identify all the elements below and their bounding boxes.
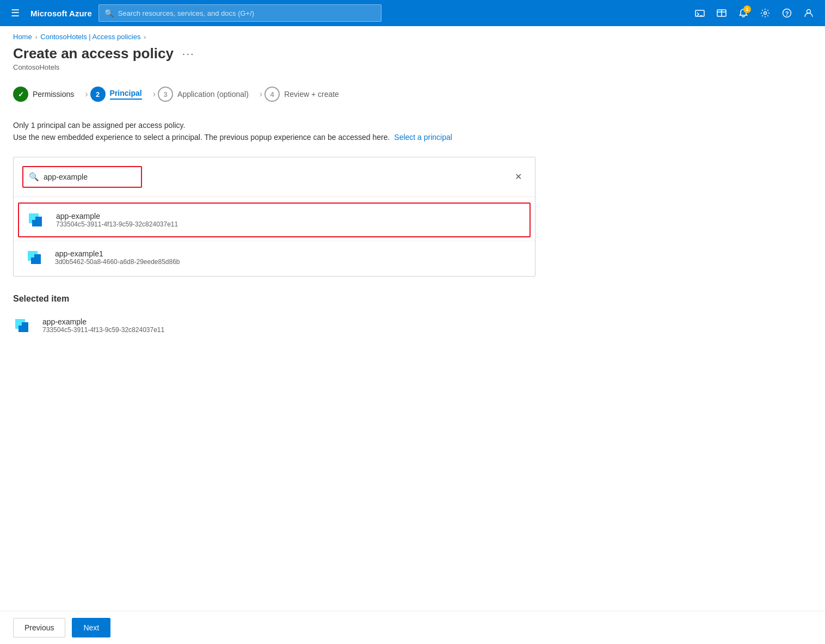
- app-icon-2: [26, 247, 47, 268]
- step-4-circle: 4: [264, 87, 280, 102]
- help-icon[interactable]: ?: [777, 3, 797, 23]
- breadcrumb-sep-2: ›: [144, 34, 146, 40]
- result-name-1: app-example: [56, 212, 522, 220]
- wizard-step-application[interactable]: 3 Application (optional): [158, 82, 257, 106]
- page-subtitle: ContosoHotels: [0, 62, 825, 71]
- svg-text:?: ?: [785, 10, 789, 17]
- app-icon-1: [27, 209, 48, 231]
- result-id-2: 3d0b5462-50a8-4660-a6d8-29eede85d86b: [55, 258, 523, 266]
- selected-item: app-example 733504c5-3911-4f13-9c59-32c8…: [13, 312, 812, 339]
- step-2-circle: 2: [90, 87, 106, 102]
- search-icon: 🔍: [29, 172, 39, 182]
- info-line-1: Only 1 principal can be assigned per acc…: [13, 119, 812, 131]
- svg-rect-12: [29, 213, 35, 220]
- breadcrumb-home[interactable]: Home: [13, 33, 32, 41]
- topnav-icons: 1 ?: [690, 3, 818, 23]
- top-navigation: ☰ Microsoft Azure 🔍 1 ?: [0, 0, 825, 26]
- breadcrumb-access-policies[interactable]: ContosoHotels | Access policies: [40, 33, 140, 41]
- result-name-2: app-example1: [55, 249, 523, 258]
- svg-point-5: [764, 12, 767, 15]
- results-container: 🔍 ✕: [13, 157, 535, 277]
- wizard-sep-1: ›: [85, 89, 88, 99]
- results-list: app-example 733504c5-3911-4f13-9c59-32c8…: [14, 197, 535, 276]
- wizard-sep-2: ›: [153, 89, 156, 99]
- select-principal-link[interactable]: Select a principal: [394, 133, 452, 142]
- search-icon: 🔍: [104, 9, 114, 17]
- principal-search-input[interactable]: [44, 173, 136, 181]
- breadcrumb: Home › ContosoHotels | Access policies ›: [0, 26, 825, 41]
- clear-search-button[interactable]: ✕: [510, 167, 526, 186]
- global-search[interactable]: 🔍: [98, 4, 381, 22]
- selected-section-title: Selected item: [13, 294, 812, 304]
- settings-icon[interactable]: [755, 3, 775, 23]
- wizard-step-review[interactable]: 4 Review + create: [264, 82, 348, 106]
- wizard-step-principal[interactable]: 2 Principal: [90, 82, 151, 106]
- result-text-1: app-example 733504c5-3911-4f13-9c59-32c8…: [56, 212, 522, 228]
- result-text-2: app-example1 3d0b5462-50a8-4660-a6d8-29e…: [55, 249, 523, 266]
- info-text: Only 1 principal can be assigned per acc…: [13, 119, 812, 144]
- notification-badge: 1: [743, 5, 751, 13]
- page-title: Create an access policy: [13, 45, 174, 62]
- selected-item-text: app-example 733504c5-3911-4f13-9c59-32c8…: [42, 317, 164, 334]
- wizard-step-permissions[interactable]: ✓ Permissions: [13, 82, 83, 106]
- directory-icon[interactable]: [712, 3, 731, 23]
- account-icon[interactable]: [799, 3, 818, 23]
- svg-rect-20: [15, 319, 22, 326]
- notifications-icon[interactable]: 1: [734, 3, 753, 23]
- result-item-2[interactable]: app-example1 3d0b5462-50a8-4660-a6d8-29e…: [14, 241, 535, 274]
- wizard-sep-3: ›: [260, 89, 262, 99]
- step-1-circle: ✓: [13, 87, 28, 102]
- info-line-2: Use the new embedded experience to selec…: [13, 131, 812, 143]
- search-input[interactable]: [118, 9, 375, 17]
- result-item-selected[interactable]: app-example 733504c5-3911-4f13-9c59-32c8…: [18, 203, 531, 237]
- step-3-circle: 3: [158, 87, 173, 102]
- main-content: Only 1 principal can be assigned per acc…: [0, 106, 825, 352]
- step-2-label: Principal: [110, 89, 142, 100]
- step-4-label: Review + create: [284, 90, 339, 99]
- selected-item-name: app-example: [42, 317, 164, 326]
- step-1-label: Permissions: [33, 90, 74, 99]
- page-header: Create an access policy ···: [0, 41, 825, 62]
- cloud-shell-icon[interactable]: [690, 3, 710, 23]
- selected-app-icon: [13, 315, 35, 336]
- selected-item-id: 733504c5-3911-4f13-9c59-32c824037e11: [42, 326, 164, 334]
- principal-search-box[interactable]: 🔍: [22, 166, 142, 188]
- breadcrumb-sep-1: ›: [35, 34, 38, 40]
- hamburger-menu[interactable]: ☰: [7, 5, 24, 21]
- selected-section: Selected item app-example 733504c5-3911-…: [13, 294, 812, 352]
- wizard-steps: ✓ Permissions › 2 Principal › 3 Applicat…: [0, 71, 825, 106]
- step-3-label: Application (optional): [177, 90, 249, 99]
- app-title: Microsoft Azure: [30, 9, 92, 18]
- result-id-1: 733504c5-3911-4f13-9c59-32c824037e11: [56, 220, 522, 228]
- page-menu-dots[interactable]: ···: [179, 46, 198, 61]
- svg-rect-16: [28, 251, 34, 257]
